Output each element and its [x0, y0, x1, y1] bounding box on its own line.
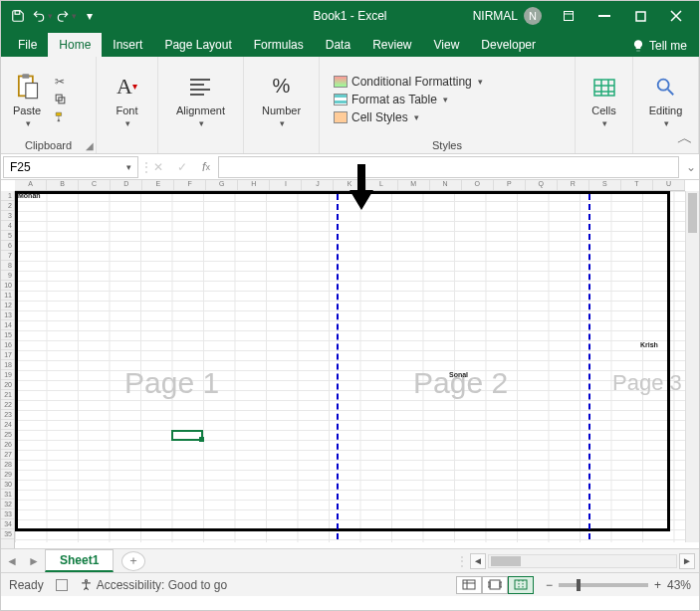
font-label: Font — [116, 104, 137, 116]
group-alignment: Alignment▾ — [158, 57, 244, 153]
svg-rect-3 — [636, 12, 645, 21]
tab-home[interactable]: Home — [48, 33, 102, 57]
tell-me-search[interactable]: Tell me — [619, 35, 699, 57]
status-bar: Ready Accessibility: Good to go − + 43% — [1, 572, 699, 596]
page-break-1[interactable] — [337, 194, 339, 539]
accessibility-status[interactable]: Accessibility: Good to go — [80, 578, 227, 592]
status-ready: Ready — [9, 578, 44, 592]
clipboard-group-label: Clipboard — [25, 137, 72, 151]
cell-n19[interactable]: Sonal — [449, 371, 468, 378]
ribbon-display-icon[interactable] — [552, 6, 585, 26]
formula-bar: F25 ▾ ⋮ ✕ ✓ fx ⌄ — [1, 154, 699, 180]
maximize-button[interactable] — [623, 6, 657, 26]
tab-file[interactable]: File — [7, 33, 48, 57]
zoom-slider[interactable] — [559, 583, 648, 587]
tell-me-label: Tell me — [649, 39, 687, 53]
new-sheet-button[interactable]: ＋ — [121, 551, 145, 571]
editing-label: Editing — [649, 104, 683, 116]
paste-label: Paste — [13, 104, 41, 116]
active-cell[interactable] — [171, 430, 203, 441]
svg-rect-15 — [488, 582, 490, 587]
group-font: A▾ Font▾ — [97, 57, 158, 153]
tab-developer[interactable]: Developer — [470, 33, 547, 57]
ribbon-tabs: File Home Insert Page Layout Formulas Da… — [1, 31, 699, 57]
group-number: % Number▾ — [244, 57, 320, 153]
macro-record-icon[interactable] — [56, 579, 68, 591]
svg-rect-1 — [565, 12, 574, 21]
zoom-level[interactable]: 43% — [667, 578, 691, 592]
worksheet-area[interactable]: ABCDEFGHIJKLMNOPQRSTU 123456789101112131… — [1, 180, 699, 548]
cell-styles-label: Cell Styles — [351, 110, 408, 124]
editing-button[interactable]: Editing▾ — [645, 69, 687, 130]
zoom-controls: − + 43% — [546, 578, 691, 592]
collapse-ribbon-icon[interactable]: ︿ — [677, 128, 693, 149]
cell-a1[interactable]: Mohan — [18, 192, 41, 199]
svg-point-10 — [658, 79, 669, 90]
styles-group-label: Styles — [326, 137, 569, 151]
svg-rect-5 — [22, 74, 29, 79]
group-styles: Conditional Formatting▾ Format as Table▾… — [320, 57, 576, 153]
paste-button[interactable]: Paste▾ — [7, 69, 47, 130]
horizontal-scrollbar[interactable]: ⋮ ◄ ► — [145, 553, 699, 569]
user-name: NIRMAL — [473, 9, 518, 23]
sheet-tab-sheet1[interactable]: Sheet1 — [45, 549, 114, 572]
svg-rect-13 — [463, 580, 475, 589]
page-layout-view-button[interactable] — [482, 576, 508, 594]
account-area[interactable]: NIRMAL N — [473, 7, 542, 25]
clipboard-launcher-icon[interactable]: ◢ — [86, 140, 94, 151]
svg-rect-2 — [598, 15, 610, 17]
format-as-table-label: Format as Table — [351, 93, 437, 106]
formula-input[interactable] — [218, 156, 679, 178]
copy-icon[interactable] — [51, 92, 69, 107]
tab-review[interactable]: Review — [361, 33, 422, 57]
tab-view[interactable]: View — [423, 33, 471, 57]
normal-view-button[interactable] — [456, 576, 482, 594]
vertical-scrollbar[interactable] — [685, 191, 699, 542]
cell-r16[interactable]: Krish — [640, 341, 658, 348]
font-button[interactable]: A▾ Font▾ — [108, 69, 147, 130]
format-painter-icon[interactable] — [51, 109, 69, 125]
tab-formulas[interactable]: Formulas — [243, 33, 315, 57]
sheet-nav-prev-icon[interactable]: ◄ — [1, 554, 23, 568]
svg-rect-6 — [26, 83, 38, 98]
name-box-dropdown-icon[interactable]: ▾ — [126, 162, 131, 172]
insert-function-icon[interactable]: fx — [194, 156, 218, 178]
enter-edit-icon[interactable]: ✓ — [170, 156, 194, 178]
number-button[interactable]: % Number▾ — [258, 69, 305, 130]
redo-icon[interactable]: ▾ — [55, 5, 77, 27]
row-headers[interactable]: 1234567891011121314151617181920212223242… — [1, 191, 15, 548]
expand-formula-bar-icon[interactable]: ⌄ — [683, 160, 699, 174]
svg-point-12 — [85, 580, 87, 582]
hscroll-left-icon[interactable]: ◄ — [470, 553, 486, 569]
undo-icon[interactable]: ▾ — [31, 5, 53, 27]
svg-rect-0 — [15, 11, 20, 15]
save-icon[interactable] — [7, 5, 29, 27]
hscroll-right-icon[interactable]: ► — [679, 553, 695, 569]
zoom-out-button[interactable]: − — [546, 578, 553, 592]
number-label: Number — [262, 104, 301, 116]
alignment-button[interactable]: Alignment▾ — [172, 69, 229, 130]
qat-customize-icon[interactable]: ▾ — [79, 5, 101, 27]
page-break-preview-button[interactable] — [508, 576, 534, 594]
tab-page-layout[interactable]: Page Layout — [153, 33, 242, 57]
conditional-formatting-icon — [334, 76, 348, 88]
cell-styles-button[interactable]: Cell Styles▾ — [332, 109, 421, 125]
svg-rect-14 — [490, 580, 500, 589]
zoom-in-button[interactable]: + — [654, 578, 661, 592]
page-break-2[interactable] — [588, 194, 590, 539]
column-headers[interactable]: ABCDEFGHIJKLMNOPQRSTU — [15, 180, 685, 191]
cell-grid[interactable]: Page 1 Page 2 Page 3 Mohan Sonal Krish — [15, 191, 685, 542]
tab-insert[interactable]: Insert — [102, 33, 153, 57]
format-as-table-button[interactable]: Format as Table▾ — [332, 92, 450, 107]
group-clipboard: Paste▾ ✂ Clipboard ◢ — [1, 57, 97, 153]
cells-button[interactable]: Cells▾ — [584, 69, 624, 130]
conditional-formatting-button[interactable]: Conditional Formatting▾ — [332, 74, 485, 90]
close-button[interactable] — [659, 6, 693, 26]
minimize-button[interactable] — [587, 6, 621, 26]
tab-data[interactable]: Data — [315, 33, 361, 57]
cancel-edit-icon[interactable]: ✕ — [146, 156, 170, 178]
sheet-nav-next-icon[interactable]: ► — [23, 554, 45, 568]
name-box[interactable]: F25 ▾ — [3, 156, 138, 178]
cut-icon[interactable]: ✂ — [51, 74, 69, 90]
accessibility-icon — [80, 578, 93, 591]
